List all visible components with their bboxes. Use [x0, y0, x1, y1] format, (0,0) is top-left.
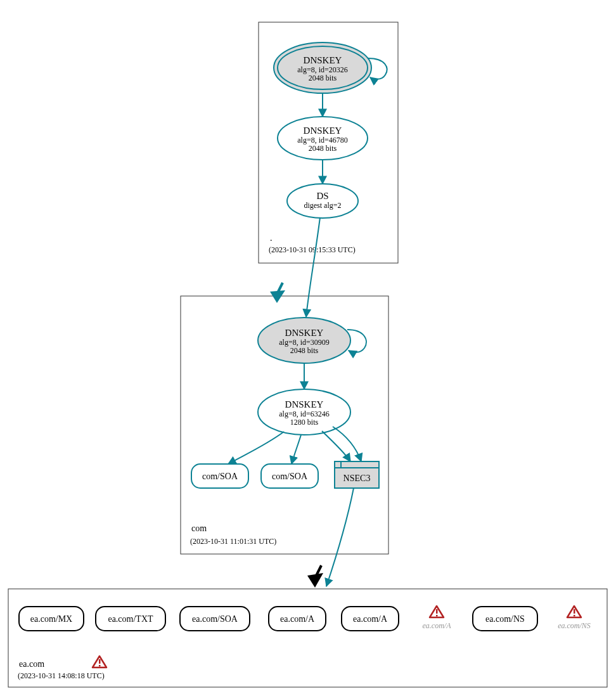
- edge-com-zsk-nsec3a: [322, 431, 350, 461]
- svg-text:ea.com/MX: ea.com/MX: [30, 614, 72, 624]
- edge-com-zsk-soa1: [228, 432, 284, 464]
- node-ea-mx: ea.com/MX: [19, 607, 84, 631]
- svg-text:ea.com/A: ea.com/A: [280, 614, 315, 624]
- node-ea-a-warn: ea.com/A: [423, 606, 452, 630]
- zone-ts-root: (2023-10-31 09:15:33 UTC): [269, 245, 356, 254]
- edge-com-zsk-soa2: [292, 435, 301, 464]
- edge-ds-com-ksk: [306, 217, 320, 317]
- svg-text:2048 bits: 2048 bits: [309, 144, 337, 153]
- delegation-arrow-com-ea: [307, 573, 323, 588]
- warning-icon: [93, 656, 106, 667]
- warning-icon: [430, 606, 444, 617]
- node-ea-ns: ea.com/NS: [473, 607, 537, 631]
- node-root-dnskey-ksk: DNSKEY alg=8, id=20326 2048 bits: [274, 42, 371, 93]
- node-root-dnskey-zsk: DNSKEY alg=8, id=46780 2048 bits: [278, 117, 368, 160]
- edge-nsec3-ea: [326, 488, 354, 586]
- svg-rect-38: [436, 609, 438, 614]
- zone-ts-ea: (2023-10-31 14:08:18 UTC): [18, 671, 105, 680]
- svg-text:alg=8, id=46780: alg=8, id=46780: [297, 136, 348, 145]
- node-com-nsec3: NSEC3: [335, 461, 379, 488]
- svg-text:alg=8, id=63246: alg=8, id=63246: [279, 409, 330, 418]
- svg-text:ea.com/TXT: ea.com/TXT: [108, 614, 153, 624]
- svg-text:com/SOA: com/SOA: [202, 472, 238, 481]
- node-ea-ns-warn: ea.com/NS: [558, 606, 591, 630]
- svg-text:ea.com/NS: ea.com/NS: [558, 621, 591, 630]
- svg-text:ea.com/SOA: ea.com/SOA: [192, 614, 238, 624]
- svg-text:com/SOA: com/SOA: [272, 472, 308, 481]
- svg-text:2048 bits: 2048 bits: [290, 346, 319, 355]
- node-ea-a-1: ea.com/A: [269, 607, 326, 631]
- node-ea-txt: ea.com/TXT: [96, 607, 165, 631]
- svg-text:ea.com/A: ea.com/A: [353, 614, 388, 624]
- node-com-soa-1: com/SOA: [191, 464, 248, 488]
- zone-ts-com: (2023-10-31 11:01:31 UTC): [190, 537, 276, 546]
- svg-text:DS: DS: [316, 191, 328, 201]
- svg-text:alg=8, id=20326: alg=8, id=20326: [297, 65, 348, 74]
- svg-text:ea.com/NS: ea.com/NS: [485, 614, 525, 624]
- svg-rect-39: [436, 615, 438, 617]
- svg-text:DNSKEY: DNSKEY: [304, 55, 342, 65]
- zone-name-root: .: [270, 233, 273, 243]
- svg-text:DNSKEY: DNSKEY: [285, 328, 324, 338]
- svg-text:NSEC3: NSEC3: [343, 474, 371, 483]
- svg-text:DNSKEY: DNSKEY: [285, 399, 324, 409]
- svg-text:1280 bits: 1280 bits: [290, 418, 319, 427]
- node-com-soa-2: com/SOA: [261, 464, 318, 488]
- node-ea-soa: ea.com/SOA: [180, 607, 250, 631]
- svg-text:alg=8, id=30909: alg=8, id=30909: [279, 338, 330, 347]
- svg-text:ea.com/A: ea.com/A: [423, 621, 452, 630]
- svg-rect-44: [574, 615, 575, 617]
- node-ea-a-2: ea.com/A: [342, 607, 399, 631]
- zone-name-com: com: [191, 524, 207, 533]
- node-root-ds: DS digest alg=2: [287, 184, 358, 218]
- svg-text:2048 bits: 2048 bits: [309, 74, 337, 82]
- svg-rect-43: [574, 609, 575, 614]
- node-com-dnskey-zsk: DNSKEY alg=8, id=63246 1280 bits: [258, 389, 350, 435]
- svg-text:DNSKEY: DNSKEY: [304, 126, 342, 136]
- node-com-dnskey-ksk: DNSKEY alg=8, id=30909 2048 bits: [258, 318, 350, 363]
- svg-rect-46: [99, 659, 101, 664]
- svg-rect-47: [99, 665, 101, 667]
- svg-text:digest alg=2: digest alg=2: [304, 201, 341, 210]
- dnssec-graph: DNSKEY alg=8, id=20326 2048 bits DNSKEY …: [0, 0, 616, 696]
- warning-icon: [567, 606, 581, 617]
- zone-name-ea: ea.com: [19, 659, 44, 669]
